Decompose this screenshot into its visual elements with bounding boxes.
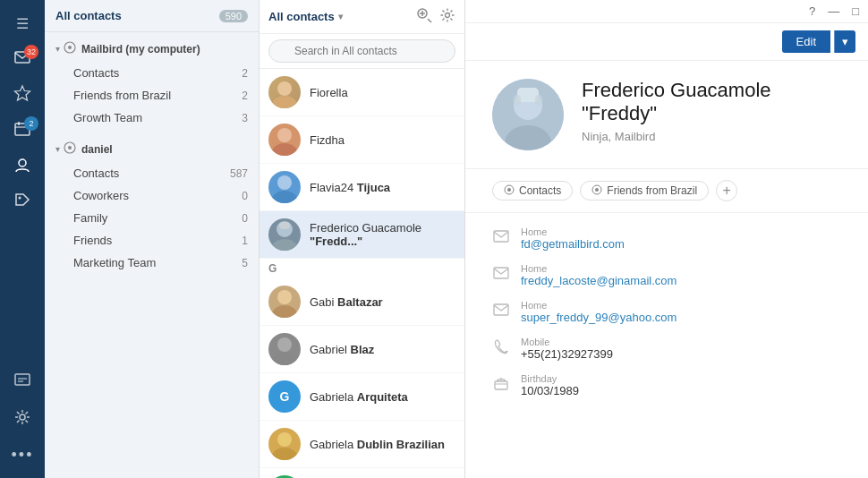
settings-contacts-icon[interactable] [439, 7, 455, 26]
svg-point-24 [277, 128, 292, 142]
edit-button[interactable]: Edit [782, 30, 830, 53]
sidebar-item-settings[interactable] [4, 403, 40, 435]
group-header-daniel[interactable]: ▾ daniel [45, 136, 259, 162]
avatar-gabriela-d [268, 428, 301, 460]
tag-contacts[interactable]: Contacts [492, 181, 573, 201]
detail-birthday: Birthday 10/03/1989 [492, 373, 841, 397]
email-icon-1 [492, 228, 510, 248]
group-item-friends[interactable]: Friends 1 [45, 229, 259, 252]
tag-icon [13, 192, 31, 213]
sidebar-item-calendar[interactable]: 2 [4, 115, 40, 147]
svg-point-35 [277, 432, 292, 447]
contact-item-gabi[interactable]: Gabi Baltazar [260, 278, 464, 326]
contact-tags: Contacts Friends from Brazil + [465, 169, 868, 213]
svg-point-11 [20, 414, 25, 420]
dropdown-arrow-icon: ▾ [338, 12, 343, 21]
avatar-fizdha [268, 124, 301, 156]
contact-name-gabi: Gabi Baltazar [310, 295, 383, 309]
detail-content-email-1: Home fd@getmailbird.com [521, 226, 625, 251]
left-panel: All contacts 590 ▾ Mailbird (my computer… [45, 0, 260, 478]
avatar-gabi [268, 286, 301, 318]
sidebar-item-tags[interactable] [4, 186, 40, 218]
group-item-count: 1 [242, 235, 248, 247]
tag-friends-brazil[interactable]: Friends from Brazil [580, 181, 709, 201]
birthday-icon [492, 375, 510, 395]
avatar-frederico [268, 218, 301, 251]
contact-name-fizdha: Fizdha [310, 133, 345, 147]
group-item-count: 0 [242, 190, 248, 202]
contact-name-gabriel: Gabriel Blaz [310, 343, 374, 356]
phone-value[interactable]: +55(21)32927399 [521, 347, 613, 361]
contact-item-gabriela-d[interactable]: Gabriela Dublin Brazilian [260, 421, 464, 468]
group-item-growth-team[interactable]: Growth Team 3 [45, 107, 259, 129]
all-contacts-title: All contacts [55, 9, 122, 22]
tag-contacts-label: Contacts [519, 184, 561, 197]
group-name-daniel: daniel [81, 143, 113, 156]
group-item-label: Friends from Brazil [73, 89, 171, 102]
contact-item-frederico[interactable]: Frederico Guacamole "Fredd..." [260, 211, 464, 259]
contact-item-gabriela-s[interactable]: G Gabriela Scherer [260, 468, 464, 478]
contact-item-gabriel[interactable]: Gabriel Blaz [260, 326, 464, 373]
group-header-mailbird[interactable]: ▾ Mailbird (my computer) [45, 36, 259, 62]
window-help[interactable]: ? [809, 4, 815, 18]
svg-point-32 [272, 305, 297, 318]
email-value-1[interactable]: fd@getmailbird.com [521, 237, 625, 251]
group-name-mailbird: Mailbird (my computer) [81, 43, 200, 55]
compose-icon [13, 372, 31, 394]
add-contact-icon[interactable] [416, 7, 432, 26]
contact-name-flavia: Flavia24 Tijuca [310, 181, 390, 194]
contacts-icon [13, 156, 31, 177]
contact-item-flavia[interactable]: Flavia24 Tijuca [260, 164, 464, 211]
group-item-count: 2 [242, 67, 248, 80]
contact-item-fizdha[interactable]: Fizdha [260, 116, 464, 164]
profile-avatar [492, 79, 564, 150]
svg-point-27 [272, 191, 297, 203]
contact-item-fiorella[interactable]: Fiorella [260, 69, 464, 116]
group-item-label: Family [73, 211, 107, 225]
group-item-contacts-mailbird[interactable]: Contacts 2 [45, 62, 259, 84]
group-item-count: 5 [242, 257, 248, 269]
group-item-count: 3 [242, 112, 248, 124]
group-item-label: Growth Team [73, 111, 142, 124]
group-daniel: ▾ daniel Contacts 587 Coworkers 0 Family [45, 132, 259, 277]
settings-icon [13, 408, 31, 430]
svg-point-26 [277, 175, 292, 190]
sidebar-item-menu[interactable]: ☰ [4, 7, 40, 39]
email-value-2[interactable]: freddy_lacoste@ginamail.com [521, 274, 677, 287]
window-minimize[interactable]: — [828, 4, 839, 18]
window-maximize[interactable]: □ [852, 4, 859, 18]
sidebar-item-starred[interactable] [4, 79, 40, 111]
email-label-1: Home [521, 226, 625, 237]
svg-point-20 [446, 13, 450, 18]
chevron-icon: ▾ [55, 44, 60, 54]
group-item-count: 2 [242, 90, 248, 102]
add-tag-button[interactable]: + [716, 180, 737, 201]
sidebar-item-mail[interactable]: 32 [4, 43, 40, 75]
right-header-actions: Edit ▾ [465, 23, 868, 61]
group-item-friends-brazil[interactable]: Friends from Brazil 2 [45, 84, 259, 107]
sidebar-item-more[interactable]: ••• [4, 439, 40, 471]
svg-rect-43 [514, 95, 521, 106]
email-value-3[interactable]: super_freddy_99@yahoo.com [521, 311, 677, 324]
contact-list: Fiorella Fizdha [260, 69, 464, 478]
contact-name-fiorella: Fiorella [310, 86, 348, 99]
svg-rect-30 [279, 222, 290, 229]
birthday-label: Birthday [521, 373, 579, 384]
contact-name-frederico: Frederico Guacamole "Fredd..." [310, 221, 455, 248]
sidebar-item-contacts[interactable] [4, 150, 40, 183]
sidebar-item-compose[interactable] [4, 367, 40, 399]
svg-line-19 [428, 19, 431, 22]
contact-item-gabriela-a[interactable]: G Gabriela Arquiteta [260, 373, 464, 421]
middle-actions [416, 7, 455, 26]
group-item-marketing[interactable]: Marketing Team 5 [45, 252, 259, 274]
avatar-gabriela-a: G [268, 380, 301, 413]
middle-title[interactable]: All contacts ▾ [268, 10, 343, 23]
group-item-contacts-daniel[interactable]: Contacts 587 [45, 162, 259, 184]
edit-dropdown-button[interactable]: ▾ [834, 30, 855, 53]
search-input[interactable] [268, 39, 455, 63]
email-label-2: Home [521, 263, 677, 274]
svg-point-34 [272, 353, 297, 365]
group-item-coworkers[interactable]: Coworkers 0 [45, 184, 259, 207]
email-icon-2 [492, 265, 510, 285]
group-item-family[interactable]: Family 0 [45, 207, 259, 229]
